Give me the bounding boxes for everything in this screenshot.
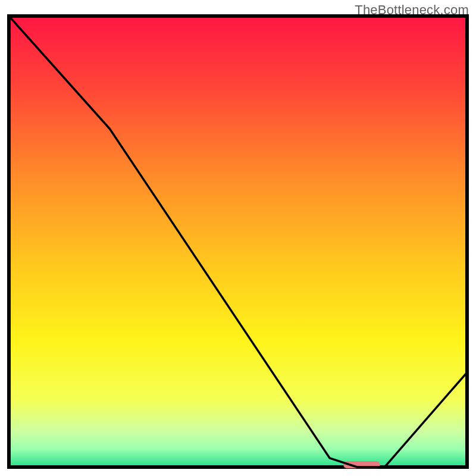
chart-plot [7,14,469,469]
chart-background [9,16,467,467]
chart-svg [7,14,469,469]
